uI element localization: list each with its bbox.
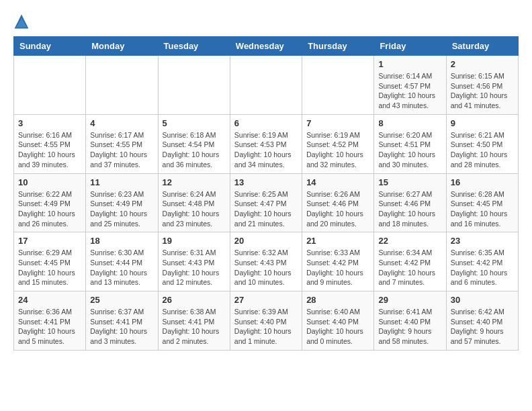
calendar-cell: 25Sunrise: 6:37 AMSunset: 4:41 PMDayligh… <box>86 291 158 351</box>
day-info-line: Sunset: 4:42 PM <box>378 258 441 268</box>
calendar-cell: 19Sunrise: 6:31 AMSunset: 4:43 PMDayligh… <box>158 232 230 291</box>
day-info-line: and 43 minutes. <box>378 101 441 111</box>
calendar-cell: 5Sunrise: 6:18 AMSunset: 4:54 PMDaylight… <box>158 114 230 173</box>
day-info-line: Daylight: 10 hours <box>234 268 298 278</box>
day-number: 19 <box>163 236 226 246</box>
day-number: 27 <box>234 295 298 305</box>
day-info-line: Daylight: 10 hours <box>234 326 298 336</box>
day-info-line: Sunset: 4:41 PM <box>90 317 153 327</box>
day-info-line: Sunrise: 6:40 AM <box>306 307 369 317</box>
day-info: Sunrise: 6:21 AMSunset: 4:50 PMDaylight:… <box>451 130 514 170</box>
day-info-line: and 6 minutes. <box>451 277 514 287</box>
calendar-cell: 18Sunrise: 6:30 AMSunset: 4:44 PMDayligh… <box>86 232 158 291</box>
day-info: Sunrise: 6:15 AMSunset: 4:56 PMDaylight:… <box>451 71 514 111</box>
day-info-line: Sunset: 4:50 PM <box>451 140 514 150</box>
day-info: Sunrise: 6:19 AMSunset: 4:53 PMDaylight:… <box>234 130 298 170</box>
day-info-line: Daylight: 9 hours <box>451 326 514 336</box>
day-info-line: Sunset: 4:46 PM <box>306 199 369 209</box>
day-info: Sunrise: 6:35 AMSunset: 4:42 PMDaylight:… <box>451 248 514 287</box>
day-info-line: and 13 minutes. <box>90 277 153 287</box>
day-info-line: Sunrise: 6:18 AM <box>163 130 226 140</box>
day-info-line: Sunrise: 6:15 AM <box>451 71 514 81</box>
day-info-line: and 10 minutes. <box>234 277 298 287</box>
day-info-line: and 20 minutes. <box>306 219 369 229</box>
day-info: Sunrise: 6:14 AMSunset: 4:57 PMDaylight:… <box>378 71 441 111</box>
day-info-line: Sunrise: 6:19 AM <box>234 130 298 140</box>
day-info: Sunrise: 6:42 AMSunset: 4:40 PMDaylight:… <box>451 307 514 347</box>
calendar-cell: 3Sunrise: 6:16 AMSunset: 4:55 PMDaylight… <box>14 114 86 173</box>
day-info-line: and 1 minute. <box>234 336 298 347</box>
calendar-week-row: 3Sunrise: 6:16 AMSunset: 4:55 PMDaylight… <box>14 114 519 173</box>
calendar-cell: 21Sunrise: 6:33 AMSunset: 4:42 PMDayligh… <box>302 232 374 291</box>
day-info-line: and 5 minutes. <box>18 336 81 347</box>
day-info-line: Sunrise: 6:29 AM <box>18 248 81 258</box>
day-info: Sunrise: 6:33 AMSunset: 4:42 PMDaylight:… <box>306 248 369 287</box>
day-info-line: Sunset: 4:49 PM <box>18 199 81 209</box>
day-info: Sunrise: 6:24 AMSunset: 4:48 PMDaylight:… <box>163 189 226 229</box>
day-info: Sunrise: 6:20 AMSunset: 4:51 PMDaylight:… <box>378 130 441 170</box>
calendar-week-row: 10Sunrise: 6:22 AMSunset: 4:49 PMDayligh… <box>14 173 519 232</box>
day-info-line: and 58 minutes. <box>378 336 441 347</box>
calendar-cell: 1Sunrise: 6:14 AMSunset: 4:57 PMDaylight… <box>374 56 446 115</box>
day-number: 26 <box>163 295 226 305</box>
calendar-cell: 27Sunrise: 6:39 AMSunset: 4:40 PMDayligh… <box>230 291 302 351</box>
day-info-line: and 18 minutes. <box>378 219 441 229</box>
day-info-line: and 12 minutes. <box>163 277 226 287</box>
day-info-line: Sunset: 4:41 PM <box>163 317 226 327</box>
day-info-line: Sunrise: 6:24 AM <box>163 189 226 199</box>
day-info-line: and 30 minutes. <box>378 160 441 170</box>
day-info-line: Sunset: 4:43 PM <box>234 258 298 268</box>
day-info-line: Daylight: 10 hours <box>451 150 514 160</box>
day-info-line: Daylight: 10 hours <box>378 150 441 160</box>
day-info-line: Sunset: 4:44 PM <box>90 258 153 268</box>
calendar-week-row: 1Sunrise: 6:14 AMSunset: 4:57 PMDaylight… <box>14 56 519 115</box>
day-info-line: Sunrise: 6:34 AM <box>378 248 441 258</box>
day-info: Sunrise: 6:30 AMSunset: 4:44 PMDaylight:… <box>90 248 153 287</box>
calendar-cell: 22Sunrise: 6:34 AMSunset: 4:42 PMDayligh… <box>374 232 446 291</box>
day-info-line: Sunrise: 6:25 AM <box>234 189 298 199</box>
day-info: Sunrise: 6:38 AMSunset: 4:41 PMDaylight:… <box>163 307 226 347</box>
day-number: 1 <box>378 59 441 69</box>
day-info-line: Sunset: 4:55 PM <box>90 140 153 150</box>
calendar-cell: 15Sunrise: 6:27 AMSunset: 4:46 PMDayligh… <box>374 173 446 232</box>
day-info-line: Sunrise: 6:26 AM <box>306 189 369 199</box>
day-info: Sunrise: 6:28 AMSunset: 4:45 PMDaylight:… <box>451 189 514 229</box>
day-info-line: Daylight: 10 hours <box>378 91 441 101</box>
day-info-line: Sunrise: 6:35 AM <box>451 248 514 258</box>
day-info-line: Sunrise: 6:32 AM <box>234 248 298 258</box>
calendar-cell: 17Sunrise: 6:29 AMSunset: 4:45 PMDayligh… <box>14 232 86 291</box>
day-info-line: Daylight: 9 hours <box>378 326 441 336</box>
day-info-line: and 37 minutes. <box>90 160 153 170</box>
day-info-line: Sunset: 4:45 PM <box>18 258 81 268</box>
page-header <box>13 13 519 30</box>
day-number: 12 <box>163 177 226 187</box>
weekday-header-wednesday: Wednesday <box>230 37 302 56</box>
calendar-cell: 20Sunrise: 6:32 AMSunset: 4:43 PMDayligh… <box>230 232 302 291</box>
day-info-line: Sunset: 4:40 PM <box>378 317 441 327</box>
day-info-line: Sunset: 4:51 PM <box>378 140 441 150</box>
day-info-line: and 9 minutes. <box>306 277 369 287</box>
day-info-line: Sunset: 4:56 PM <box>451 81 514 91</box>
day-info: Sunrise: 6:25 AMSunset: 4:47 PMDaylight:… <box>234 189 298 229</box>
day-info-line: Sunrise: 6:20 AM <box>378 130 441 140</box>
day-info-line: and 28 minutes. <box>451 160 514 170</box>
day-info-line: Daylight: 10 hours <box>306 268 369 278</box>
day-info: Sunrise: 6:32 AMSunset: 4:43 PMDaylight:… <box>234 248 298 287</box>
day-info-line: and 16 minutes. <box>451 219 514 229</box>
day-info-line: Sunrise: 6:41 AM <box>378 307 441 317</box>
calendar-cell: 29Sunrise: 6:41 AMSunset: 4:40 PMDayligh… <box>374 291 446 351</box>
weekday-header-thursday: Thursday <box>302 37 374 56</box>
day-number: 17 <box>18 236 81 246</box>
day-info-line: Sunrise: 6:28 AM <box>451 189 514 199</box>
day-number: 6 <box>234 118 298 128</box>
day-number: 25 <box>90 295 153 305</box>
day-number: 16 <box>451 177 514 187</box>
day-info-line: and 15 minutes. <box>18 277 81 287</box>
day-info-line: and 57 minutes. <box>451 336 514 347</box>
day-number: 20 <box>234 236 298 246</box>
day-info-line: Sunset: 4:41 PM <box>18 317 81 327</box>
calendar-cell: 13Sunrise: 6:25 AMSunset: 4:47 PMDayligh… <box>230 173 302 232</box>
calendar-cell: 10Sunrise: 6:22 AMSunset: 4:49 PMDayligh… <box>14 173 86 232</box>
day-info-line: and 21 minutes. <box>234 219 298 229</box>
day-info-line: Daylight: 10 hours <box>18 150 81 160</box>
